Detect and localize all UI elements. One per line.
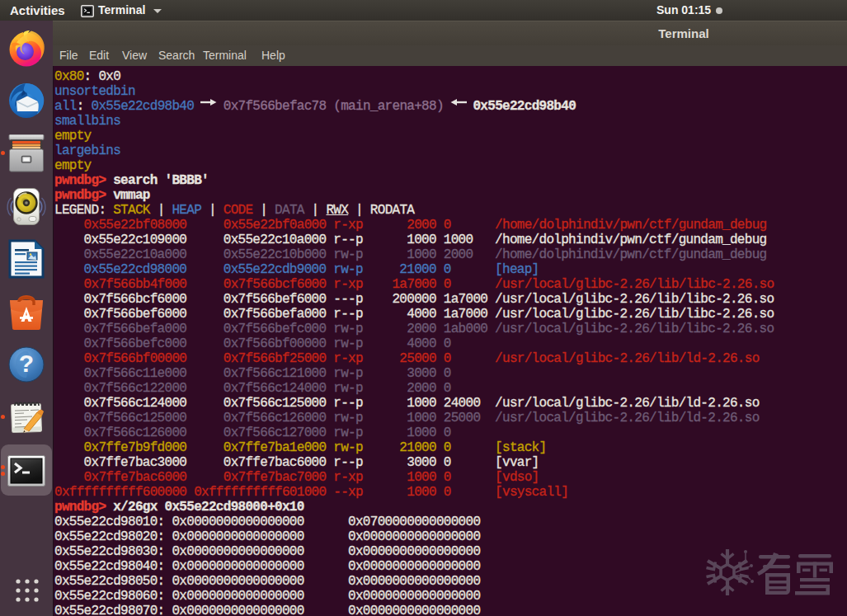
svg-text:?: ?: [19, 350, 34, 377]
